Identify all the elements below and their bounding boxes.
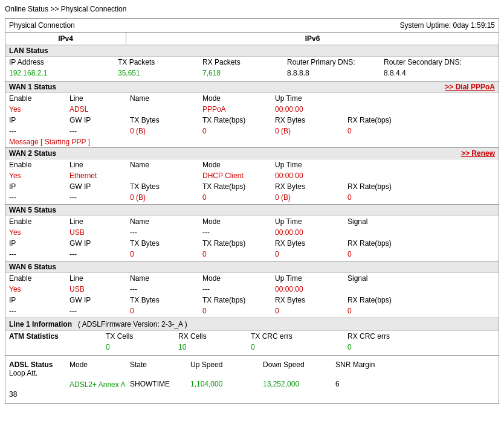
- wan2-enable-val: Yes: [9, 171, 69, 180]
- wan1-rxbytes-val: 0 (B): [275, 127, 347, 135]
- wan6-ip-val: ---: [9, 307, 69, 315]
- atm-h-txcrc: TX CRC errs: [251, 332, 347, 341]
- ipv-row: IPv4 IPv6: [5, 33, 499, 45]
- wan5-h-mode: Mode: [202, 217, 275, 226]
- wan2-rxbytes-val: 0 (B): [275, 193, 347, 202]
- atm-h-txcells: TX Cells: [106, 332, 178, 341]
- wan6-h-uptime: Up Time: [275, 274, 347, 283]
- wan5-h-rxbytes: RX Bytes: [275, 239, 347, 248]
- wan5-h-txrate: TX Rate(bps): [202, 239, 275, 248]
- adsl-h-loop: Loop Att.: [9, 369, 69, 377]
- wan5-h-gwip: GW IP: [69, 239, 130, 248]
- lan-header-primary-dns: Router Primary DNS:: [287, 58, 384, 66]
- wan2-section: WAN 2 Status >> Renew Enable Line Name M…: [5, 148, 499, 205]
- wan6-txbytes-val: 0: [130, 307, 202, 315]
- wan1-link[interactable]: >> Dial PPPoA: [445, 83, 495, 91]
- wan2-h-gwip: GW IP: [69, 182, 130, 191]
- adsl-headers-row: ADSL Status Mode State Up Speed Down Spe…: [5, 359, 499, 379]
- header-row: Physical Connection System Uptime: 0day …: [5, 19, 499, 33]
- lan-title: LAN Status: [5, 45, 499, 57]
- wan1-h-blank: [347, 94, 420, 103]
- adsl-h-downspeed: Down Speed: [263, 360, 335, 369]
- wan5-line-val: USB: [69, 228, 130, 237]
- wan2-row2-headers: IP GW IP TX Bytes TX Rate(bps) RX Bytes …: [5, 181, 499, 192]
- wan6-title: WAN 6 Status: [9, 263, 56, 271]
- adsl-state-val: SHOWTIME: [130, 380, 190, 388]
- wan1-txrate-val: 0: [202, 127, 275, 135]
- wan6-title-row: WAN 6 Status: [5, 261, 499, 273]
- lan-section: LAN Status IP Address TX Packets RX Pack…: [5, 45, 499, 82]
- wan6-h-line: Line: [69, 274, 130, 283]
- wan2-txbytes-val: 0 (B): [130, 193, 202, 202]
- wan6-h-enable: Enable: [9, 274, 69, 283]
- wan2-row1-headers: Enable Line Name Mode Up Time: [5, 159, 499, 170]
- wan5-name-val: ---: [130, 228, 202, 237]
- wan5-h-txbytes: TX Bytes: [130, 239, 202, 248]
- ipv4-cell: IPv4: [5, 33, 126, 45]
- wan1-h-ip: IP: [9, 116, 69, 124]
- wan6-enable-val: Yes: [9, 285, 69, 293]
- wan5-txbytes-val: 0: [130, 250, 202, 258]
- adsl-h-snr: SNR Margin: [335, 360, 408, 369]
- wan2-ip-val: ---: [9, 193, 69, 202]
- wan5-uptime-val: 00:00:00: [275, 228, 347, 237]
- wan2-h-mode: Mode: [202, 161, 275, 169]
- wan5-h-uptime: Up Time: [275, 217, 347, 226]
- lan-header-tx: TX Packets: [118, 58, 202, 66]
- wan2-title-row: WAN 2 Status >> Renew: [5, 148, 499, 159]
- wan2-name-val: [130, 171, 202, 180]
- wan6-uptime-val: 00:00:00: [275, 285, 347, 293]
- wan1-mode-val: PPPoA: [202, 105, 275, 114]
- wan1-h-enable: Enable: [9, 94, 69, 103]
- wan1-h-txbytes: TX Bytes: [130, 116, 202, 124]
- breadcrumb: Online Status >> Physical Connection: [5, 5, 499, 13]
- line1-section: Line 1 Information ( ADSLFirmware Versio…: [5, 318, 499, 356]
- wan1-title: WAN 1 Status: [9, 83, 56, 91]
- wan5-rxbytes-val: 0: [275, 250, 347, 258]
- lan-tx-value: 35,651: [118, 69, 202, 77]
- wan5-h-signal: Signal: [347, 217, 420, 226]
- wan2-h-rxbytes: RX Bytes: [275, 182, 347, 191]
- wan6-h-rxrate: RX Rate(bps): [347, 296, 420, 304]
- wan6-h-txrate: TX Rate(bps): [202, 296, 275, 304]
- wan2-link[interactable]: >> Renew: [461, 149, 495, 158]
- adsl-h-mode: Mode: [69, 360, 130, 369]
- lan-rx-value: 7,618: [202, 69, 287, 77]
- wan5-title: WAN 5 Status: [9, 206, 56, 214]
- wan5-section: WAN 5 Status Enable Line Name Mode Up Ti…: [5, 205, 499, 261]
- line1-info-row: Line 1 Information ( ADSLFirmware Versio…: [5, 318, 499, 331]
- wan2-h-uptime: Up Time: [275, 161, 347, 169]
- lan-ip-value: 192.168.2.1: [9, 69, 118, 77]
- adsl-values-row: ADSL2+ Annex A SHOWTIME 1,104,000 13,252…: [5, 379, 499, 403]
- wan5-ip-val: ---: [9, 250, 69, 258]
- atm-title: ATM Statistics: [9, 332, 106, 341]
- wan1-row1-headers: Enable Line Name Mode Up Time: [5, 93, 499, 104]
- wan1-row2-headers: IP GW IP TX Bytes TX Rate(bps) RX Bytes …: [5, 115, 499, 126]
- wan1-row2-values: --- --- 0 (B) 0 0 (B) 0: [5, 126, 499, 136]
- wan2-gwip-val: ---: [69, 193, 130, 202]
- lan-header-rx: RX Packets: [202, 58, 287, 66]
- line1-title: Line 1 Information: [9, 320, 72, 328]
- wan6-signal-val: [347, 285, 420, 293]
- wan1-h-rxrate: RX Rate(bps): [347, 116, 420, 124]
- wan1-title-row: WAN 1 Status >> Dial PPPoA: [5, 82, 499, 93]
- wan6-rxrate-val: 0: [347, 307, 420, 315]
- adsl-section: ADSL Status Mode State Up Speed Down Spe…: [5, 356, 499, 403]
- wan2-h-blank: [347, 161, 420, 169]
- wan5-enable-val: Yes: [9, 228, 69, 237]
- wan6-row2-values: --- --- 0 0 0 0: [5, 306, 499, 318]
- wan1-line-val: ADSL: [69, 105, 130, 114]
- wan6-row1-values: Yes USB --- --- 00:00:00: [5, 284, 499, 295]
- adsl-mode-val: ADSL2+ Annex A: [69, 380, 130, 390]
- wan5-row2-values: --- --- 0 0 0 0: [5, 249, 499, 261]
- wan1-h-gwip: GW IP: [69, 116, 130, 124]
- atm-rxcrc-val: 0: [347, 343, 444, 351]
- wan2-blank-val: [347, 171, 420, 180]
- wan1-h-mode: Mode: [202, 94, 275, 103]
- wan1-enable-val: Yes: [9, 105, 69, 114]
- wan1-row1-values: Yes ADSL PPPoA 00:00:00: [5, 104, 499, 115]
- wan1-rxrate-val: 0: [347, 127, 420, 135]
- system-uptime: System Uptime: 0day 1:59:15: [400, 21, 495, 30]
- wan1-h-rxbytes: RX Bytes: [275, 116, 347, 124]
- wan5-h-name: Name: [130, 217, 202, 226]
